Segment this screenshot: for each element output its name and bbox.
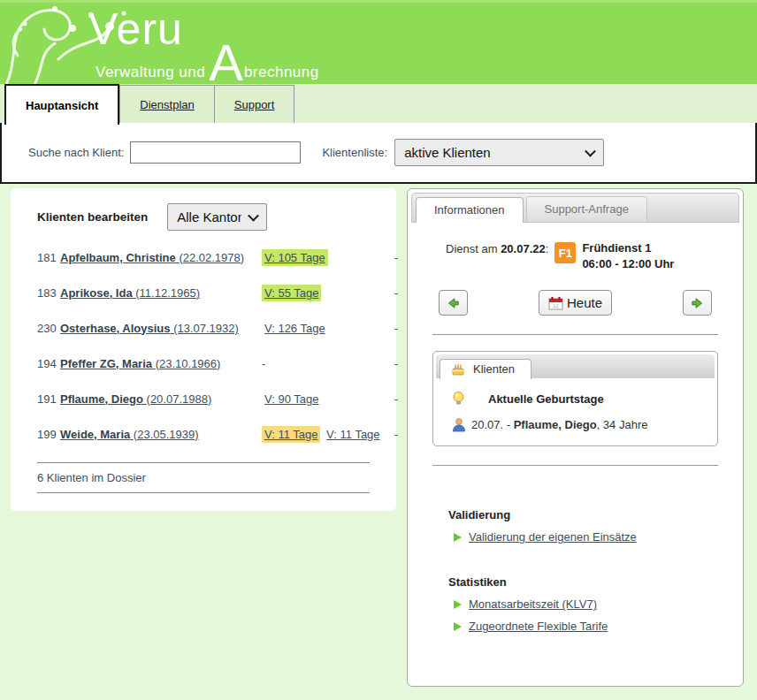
client-birthdate: (11.12.1965) [135, 286, 200, 300]
client-dash: - [387, 322, 398, 335]
section-link[interactable]: Monatsarbeitszeit (KLV7) [469, 597, 597, 611]
tab-support-anfrage[interactable]: Support-Anfrage [526, 196, 647, 222]
content: Klienten bearbeiten Alle Kantone 181 Apf… [0, 184, 757, 687]
client-dash: - [387, 357, 398, 370]
vacation-link-1[interactable]: V: 126 Tage [262, 320, 328, 337]
canton-select-wrap: Alle Kantone [167, 203, 267, 231]
klienten-box-tab-label: Klienten [473, 362, 515, 376]
client-name: Weide, Maria [60, 428, 130, 441]
client-birthdate: (23.05.1939) [134, 428, 199, 441]
vacation-link-2[interactable]: V: 11 Tage [324, 426, 382, 443]
birthday-entry: 20.07. - Pflaume, Diego, 34 Jahre [471, 418, 647, 431]
client-row: 230 Osterhase, Aloysius (13.07.1932) V: … [27, 310, 380, 346]
clients-panel: Klienten bearbeiten Alle Kantone 181 Apf… [11, 188, 396, 511]
client-birthdate: (22.02.1978) [179, 251, 244, 264]
vacation-link-1[interactable]: V: 11 Tage [262, 426, 320, 443]
statistiken-links: Monatsarbeitszeit (KLV7) Zugeordnete Fle… [430, 597, 721, 633]
client-name-link[interactable]: Osterhase, Aloysius (13.07.1932) [60, 322, 239, 335]
tab-informationen[interactable]: Informationen [416, 197, 524, 223]
shift-title: Frühdienst 1 [582, 241, 651, 255]
shift-time: 06:00 - 12:00 Uhr [582, 257, 674, 270]
shift-info: Frühdienst 1 06:00 - 12:00 Uhr [582, 240, 674, 272]
section-link[interactable]: Zugeordnete Flexible Tarife [469, 620, 608, 633]
page: Veru Verwaltung und A brechnung Hauptans… [0, 0, 757, 700]
client-dash: - [387, 251, 398, 264]
tab-klienten[interactable]: Klienten [440, 359, 531, 379]
tab-link[interactable]: Support [234, 98, 275, 111]
app-logo: Veru Verwaltung und A brechnung [96, 6, 319, 81]
search-bar: Suche nach Klient: Klientenliste: aktive… [0, 121, 757, 184]
dienst-label: Dienst am 20.07.22: [446, 240, 548, 255]
info-panel: InformationenSupport-Anfrage Dienst am 2… [407, 188, 744, 687]
vacation-link-1[interactable]: V: 105 Tage [262, 249, 328, 266]
client-name-link[interactable]: Pfeffer ZG, Maria (23.10.1966) [60, 357, 220, 370]
previous-day-button[interactable] [439, 290, 468, 316]
client-rows: 181 Apfelbaum, Christine (22.02.1978) V:… [27, 240, 380, 452]
canton-select[interactable]: Alle Kantone [167, 203, 267, 231]
client-vacation-cell: - [262, 357, 387, 370]
client-name-link[interactable]: Weide, Maria (23.05.1939) [60, 428, 199, 441]
search-label: Suche nach Klient: [28, 146, 124, 159]
divider [432, 465, 718, 466]
section-link[interactable]: Validierung der eigenen Einsätze [469, 530, 637, 544]
main-tabs: HauptansichtDienstplanSupport [0, 84, 757, 123]
arrow-right-icon [691, 296, 704, 310]
client-name-link[interactable]: Aprikose, Ida (11.12.1965) [60, 286, 200, 300]
client-dash: - [387, 428, 398, 441]
arrow-link-row: Monatsarbeitszeit (KLV7) [454, 597, 721, 611]
lightbulb-icon [452, 391, 465, 407]
client-row: 191 Pflaume, Diego (20.07.1988) V: 90 Ta… [27, 381, 380, 416]
arrow-left-icon [447, 296, 460, 310]
client-dash: - [387, 392, 398, 406]
next-day-button[interactable] [683, 290, 712, 316]
green-triangle-icon [454, 533, 462, 542]
client-list-select[interactable]: aktive Klienten [394, 139, 604, 166]
client-name: Aprikose, Ida [60, 286, 133, 300]
client-id: 183 [37, 286, 60, 300]
tab-support[interactable]: Support [215, 85, 295, 123]
client-id: 181 [37, 251, 60, 264]
client-vacation-cell: V: 105 Tage [262, 251, 387, 264]
tab-link[interactable]: Dienstplan [140, 98, 194, 111]
logo-subtitle-left: Verwaltung und [96, 64, 205, 81]
client-name: Osterhase, Aloysius [60, 322, 171, 335]
divider [432, 334, 718, 335]
calendar-icon: 12 [548, 296, 563, 310]
klienten-box-tabbar: Klienten [436, 354, 715, 378]
today-button-label: Heute [567, 295, 602, 310]
client-name-link[interactable]: Apfelbaum, Christine (22.02.1978) [60, 251, 244, 264]
client-birthdate: (20.07.1988) [147, 392, 212, 406]
svg-text:12: 12 [553, 303, 559, 308]
shift-badge: F1 [554, 242, 576, 263]
arrow-link-row: Zugeordnete Flexible Tarife [454, 620, 721, 633]
client-row: 183 Aprikose, Ida (11.12.1965) V: 55 Tag… [27, 275, 380, 310]
client-id: 191 [37, 392, 60, 406]
client-list-label: Klientenliste: [322, 146, 387, 159]
logo-subtitle-right: brechnung [244, 64, 319, 81]
birthdays-heading: Aktuelle Geburtstage [488, 392, 604, 406]
client-list-select-wrap: aktive Klienten [394, 139, 604, 166]
validierung-heading: Validierung [448, 508, 721, 521]
dossier-count: 6 Klienten im Dossier [27, 463, 380, 492]
client-id: 194 [37, 357, 60, 370]
today-button[interactable]: 12 Heute [539, 290, 612, 316]
statistiken-section: Statistiken Monatsarbeitszeit (KLV7) Zug… [430, 575, 721, 633]
vacation-link-1[interactable]: V: 90 Tage [262, 391, 321, 407]
client-vacation-cell: V: 90 Tage [262, 392, 387, 406]
client-dash: - [387, 286, 398, 300]
arrow-link-row: Validierung der eigenen Einsätze [454, 530, 721, 544]
app-header: Veru Verwaltung und A brechnung [0, 0, 757, 84]
tab-dienstplan[interactable]: Dienstplan [119, 85, 214, 123]
vacation-link-1: - [262, 355, 268, 372]
client-name-link[interactable]: Pflaume, Diego (20.07.1988) [60, 392, 211, 406]
search-input[interactable] [130, 141, 301, 164]
vacation-link-1[interactable]: V: 55 Tage [262, 285, 321, 301]
client-birthdate: (23.10.1966) [156, 357, 221, 370]
info-panel-tabs: InformationenSupport-Anfrage [411, 193, 739, 223]
person-icon [452, 417, 466, 432]
green-triangle-icon [454, 600, 462, 609]
dienst-row: Dienst am 20.07.22: F1 Frühdienst 1 06:0… [446, 240, 721, 272]
birthday-cake-icon [451, 363, 465, 376]
client-id: 230 [37, 322, 60, 335]
tab-hauptansicht[interactable]: Hauptansicht [4, 84, 119, 125]
